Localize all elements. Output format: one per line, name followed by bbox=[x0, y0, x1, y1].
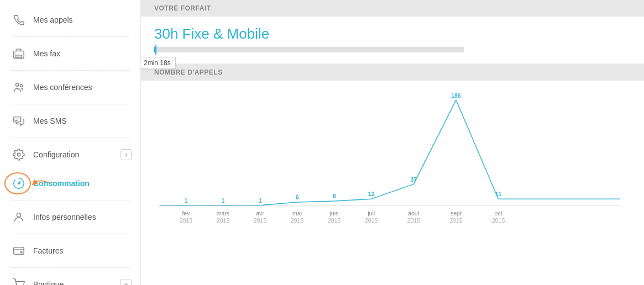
chart-line bbox=[160, 100, 620, 205]
divider-5 bbox=[11, 200, 129, 200]
chart-month-fev: fev bbox=[182, 210, 190, 217]
chart-year-sept: 2015 bbox=[449, 217, 463, 224]
svg-rect-5 bbox=[14, 117, 21, 122]
chart-year-mars: 2015 bbox=[217, 217, 230, 224]
divider-7 bbox=[11, 267, 129, 268]
chart-month-mars: mars bbox=[217, 210, 229, 217]
chart-count-juin: 8 bbox=[333, 193, 336, 199]
svg-rect-11 bbox=[14, 247, 24, 255]
sidebar-item-mes-sms[interactable]: Mes SMS bbox=[0, 107, 140, 135]
chart-count-oct: 11 bbox=[495, 191, 502, 197]
chart-wrapper: 1 1 1 6 8 12 37 186 11 fev 20 bbox=[154, 92, 631, 235]
sidebar-label-mes-conferences: Mes conférences bbox=[33, 83, 92, 92]
gauge-icon bbox=[11, 176, 27, 191]
chart-month-juil: juil bbox=[367, 210, 375, 217]
forfait-section: 30h Fixe & Mobile 2min 18s bbox=[141, 17, 644, 64]
chart-year-aout: 2015 bbox=[407, 217, 421, 224]
chart-header-label: NOMBRE D'APPELS bbox=[154, 68, 223, 76]
divider-6 bbox=[11, 234, 129, 234]
progress-tooltip-text: 2min 18s bbox=[144, 59, 171, 67]
sidebar-item-boutique[interactable]: Boutique + bbox=[0, 270, 140, 285]
svg-point-4 bbox=[20, 85, 23, 87]
svg-rect-2 bbox=[16, 55, 22, 57]
sidebar-label-mes-sms: Mes SMS bbox=[33, 117, 67, 125]
chart-count-fev: 1 bbox=[185, 197, 188, 204]
divider-3 bbox=[11, 104, 129, 104]
sidebar-label-factures: Factures bbox=[33, 246, 63, 255]
sidebar-label-mes-appels: Mes appels bbox=[33, 15, 73, 24]
sidebar-item-consommation[interactable]: Consommation bbox=[0, 169, 140, 198]
sidebar-item-infos-personnelles[interactable]: Infos personnelles bbox=[0, 203, 140, 231]
phone-icon bbox=[11, 12, 27, 28]
boutique-plus-button[interactable]: + bbox=[121, 279, 132, 285]
chart-month-sept: sept bbox=[451, 210, 462, 217]
chart-month-mai: mai bbox=[292, 210, 302, 217]
config-icon bbox=[11, 147, 27, 162]
forfait-section-header: VOTRE FORFAIT bbox=[141, 0, 644, 17]
sidebar-item-factures[interactable]: Factures bbox=[0, 236, 140, 265]
chart-count-juil: 12 bbox=[368, 191, 375, 197]
sidebar-label-mes-fax: Mes fax bbox=[33, 49, 60, 58]
progress-cursor bbox=[155, 45, 156, 55]
svg-point-3 bbox=[16, 83, 19, 87]
fax-icon bbox=[11, 46, 27, 61]
chart-year-juin: 2015 bbox=[328, 217, 341, 224]
chart-count-mai: 6 bbox=[296, 194, 299, 200]
sidebar-label-boutique: Boutique bbox=[33, 280, 64, 285]
sidebar-item-mes-conferences[interactable]: Mes conférences bbox=[0, 73, 140, 102]
chart-section: 1 1 1 6 8 12 37 186 11 fev 20 bbox=[141, 81, 644, 285]
cart-icon bbox=[11, 277, 27, 285]
sidebar-item-configuration[interactable]: Configuration + bbox=[0, 140, 140, 169]
forfait-header-label: VOTRE FORFAIT bbox=[154, 4, 211, 12]
conference-icon bbox=[11, 80, 27, 95]
svg-point-10 bbox=[17, 213, 20, 217]
wallet-icon bbox=[11, 243, 27, 258]
svg-point-9 bbox=[18, 183, 20, 184]
chart-year-avr: 2015 bbox=[254, 217, 267, 224]
svg-point-12 bbox=[20, 251, 22, 253]
sidebar-item-mes-fax[interactable]: Mes fax bbox=[0, 39, 140, 68]
sidebar: Mes appels Mes fax Mes conférences bbox=[0, 0, 141, 285]
progress-bar-container: 2min 18s bbox=[154, 47, 464, 52]
chart-month-oct: oct bbox=[495, 210, 502, 217]
chart-count-avr: 1 bbox=[259, 197, 262, 204]
progress-bar-bg: 2min 18s bbox=[154, 47, 464, 52]
progress-area: 2min 18s bbox=[154, 47, 631, 52]
chart-year-fev: 2015 bbox=[180, 217, 193, 224]
divider-1 bbox=[11, 36, 129, 37]
chart-count-aout: 37 bbox=[410, 176, 417, 183]
chart-month-juin: juin bbox=[329, 210, 339, 217]
person-icon bbox=[11, 209, 27, 225]
chart-section-header: NOMBRE D'APPELS bbox=[141, 64, 644, 81]
svg-point-8 bbox=[17, 153, 20, 156]
progress-tooltip: 2min 18s bbox=[141, 57, 176, 69]
divider-2 bbox=[11, 70, 129, 71]
sms-icon bbox=[11, 113, 27, 129]
chart-svg: 1 1 1 6 8 12 37 186 11 fev 20 bbox=[154, 92, 631, 235]
arrow-indicator bbox=[32, 176, 52, 191]
chart-count-mars: 1 bbox=[222, 197, 225, 204]
chart-month-aout: aout bbox=[408, 210, 420, 217]
chart-year-juil: 2015 bbox=[365, 217, 378, 224]
chart-year-mai: 2015 bbox=[291, 217, 304, 224]
main-content: VOTRE FORFAIT 30h Fixe & Mobile 2min 18s… bbox=[141, 0, 644, 285]
sidebar-item-mes-appels[interactable]: Mes appels bbox=[0, 6, 140, 34]
chart-count-sept: 186 bbox=[451, 92, 461, 99]
sidebar-label-configuration: Configuration bbox=[33, 150, 79, 159]
sidebar-label-infos-personnelles: Infos personnelles bbox=[33, 213, 96, 221]
configuration-plus-button[interactable]: + bbox=[121, 149, 132, 160]
divider-4 bbox=[11, 138, 129, 138]
forfait-title: 30h Fixe & Mobile bbox=[154, 25, 631, 43]
chart-month-avr: avr bbox=[256, 210, 264, 217]
chart-year-oct: 2015 bbox=[492, 217, 505, 224]
